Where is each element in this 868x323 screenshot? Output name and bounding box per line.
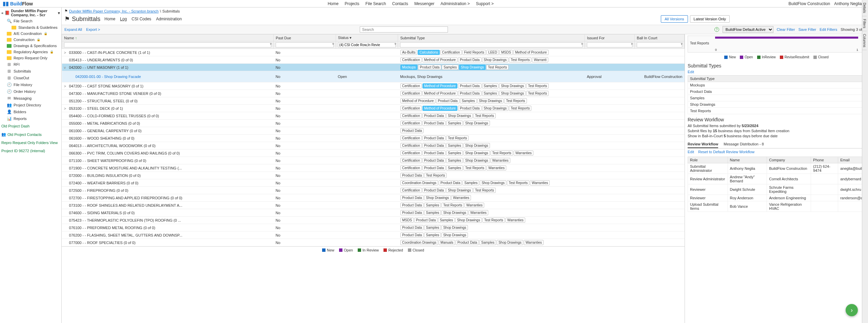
type-tag[interactable]: Test Reports bbox=[507, 180, 529, 185]
type-tag[interactable]: Shop Drawings bbox=[497, 240, 523, 245]
type-tag[interactable]: Certification bbox=[400, 57, 422, 62]
table-row[interactable]: 077000 - - ROOF SPECIALTIES (0 of 0)NoCo… bbox=[62, 239, 685, 246]
table-row[interactable]: 055000 - - METAL FABRICATIONS (0 of 0)No… bbox=[62, 120, 685, 127]
all-versions-button[interactable]: All Versions bbox=[661, 15, 688, 23]
breadcrumb-project[interactable]: Dunder Mifflin Paper Company, Inc. - Scr… bbox=[69, 9, 159, 13]
type-tag[interactable]: Certification bbox=[400, 83, 422, 88]
type-tag[interactable]: Shop Drawings bbox=[482, 106, 509, 111]
funnel-icon[interactable]: ▼ bbox=[680, 42, 683, 46]
type-tag[interactable]: Method of Procedure bbox=[513, 50, 548, 55]
type-tag[interactable]: Product Data bbox=[458, 106, 481, 111]
expand-icon[interactable]: v bbox=[64, 65, 68, 69]
type-tag[interactable]: Test Reports bbox=[509, 57, 531, 62]
logo[interactable]: ▮▮ BuildFlow bbox=[3, 0, 33, 7]
type-tag[interactable]: Shop Drawings bbox=[441, 210, 468, 215]
type-tag[interactable]: Product Data bbox=[422, 188, 446, 193]
type-tag[interactable]: Product Data bbox=[422, 113, 446, 118]
type-tag[interactable]: Product Data bbox=[400, 203, 423, 208]
sidebar-item-messaging[interactable]: ✉Messaging bbox=[0, 95, 61, 102]
latest-version-button[interactable]: Latest Version Only bbox=[690, 15, 730, 23]
type-tag[interactable]: Samples bbox=[446, 143, 463, 148]
type-tag[interactable]: Samples bbox=[462, 180, 479, 185]
type-tag[interactable]: Test Reports bbox=[491, 150, 513, 156]
workflow-tab[interactable]: Review Workflow bbox=[688, 141, 718, 148]
clear-filter-link[interactable]: Clear Filter bbox=[777, 27, 795, 32]
edit-filters-link[interactable]: Edit Filters bbox=[820, 27, 837, 32]
type-tag[interactable]: Product Data bbox=[458, 91, 481, 96]
type-tag[interactable]: Method of Procedure bbox=[422, 91, 457, 96]
filter-submittal-type[interactable] bbox=[400, 42, 583, 47]
type-tag[interactable]: Test Reports bbox=[463, 165, 486, 170]
type-tag[interactable]: Samples bbox=[460, 98, 477, 103]
type-tag[interactable]: Shop Drawings bbox=[477, 98, 504, 103]
table-row[interactable]: 061600 - - WOOD SHEATHING (0 of 0)NoCert… bbox=[62, 135, 685, 142]
table-row[interactable]: 072700 - - FIRESTOPPING AND APPLIED FIRE… bbox=[62, 194, 685, 202]
type-tag[interactable]: Method of Procedure bbox=[422, 83, 457, 88]
type-tag[interactable]: Product Data bbox=[422, 158, 446, 163]
sidebar-item-drawings-specifications[interactable]: Drawings & Specifications bbox=[0, 43, 61, 49]
type-row[interactable]: Samples bbox=[688, 95, 865, 101]
type-tag[interactable]: Samples bbox=[424, 233, 441, 238]
nav-contacts[interactable]: Contacts bbox=[392, 1, 408, 6]
sidebar-item-rfi[interactable]: ⊞RFI bbox=[0, 61, 61, 68]
funnel-icon[interactable]: ▼ bbox=[630, 42, 633, 46]
type-tag[interactable]: Product Data bbox=[456, 240, 479, 245]
sidebar-item-project-directory[interactable]: 👥Project Directory bbox=[0, 102, 61, 108]
type-tag[interactable]: Shop Drawings bbox=[480, 180, 506, 185]
type-tag[interactable]: Test Reports bbox=[446, 136, 469, 141]
col-submittal-type[interactable]: Submittal Type bbox=[398, 35, 585, 41]
type-tag[interactable]: Product Data bbox=[414, 218, 437, 223]
sidebar-item-a-e-coordination[interactable]: A/E Coordination🔒 bbox=[0, 31, 61, 37]
table-row[interactable]: 072000 - - BUILDING INSULATION (0 of 0)N… bbox=[62, 172, 685, 179]
filter-name[interactable] bbox=[64, 42, 271, 47]
expand-icon[interactable]: > bbox=[64, 51, 68, 55]
table-row[interactable]: 042000-001-00 - Shop Drawing FacadeNoOpe… bbox=[62, 71, 685, 82]
funnel-icon[interactable]: ▼ bbox=[332, 42, 335, 46]
type-tag[interactable]: Warranties bbox=[465, 203, 484, 208]
type-tag[interactable]: Samples bbox=[482, 91, 499, 96]
type-tag[interactable]: Certification bbox=[400, 165, 422, 170]
type-tag[interactable]: Warranties bbox=[514, 150, 533, 156]
wf-col[interactable]: Company bbox=[767, 157, 811, 163]
type-tag[interactable]: Shop Drawings bbox=[441, 233, 468, 238]
table-row[interactable]: > 047200 - - CAST STONE MASONRY (0 of 1)… bbox=[62, 82, 685, 90]
type-tag[interactable]: Calculations bbox=[418, 50, 439, 55]
sidebar-item-repro-request-only[interactable]: Repro Request Only bbox=[0, 55, 61, 61]
type-tag[interactable]: Warranties bbox=[506, 218, 525, 223]
sidebar-item-reports[interactable]: 📊Reports bbox=[0, 115, 61, 122]
type-tag[interactable]: Test Reports bbox=[526, 83, 549, 88]
funnel-icon[interactable]: ▼ bbox=[269, 42, 272, 46]
sidebar-item-standards-guidelines[interactable]: Standards & Guidelines bbox=[0, 24, 61, 31]
type-tag[interactable]: Product Data bbox=[418, 65, 441, 70]
nav-projects[interactable]: Projects bbox=[344, 1, 359, 6]
type-tag[interactable]: Product Data bbox=[422, 165, 446, 170]
sidebar-item-regulatory-agencies[interactable]: Regulatory Agencies🔒 bbox=[0, 49, 61, 55]
type-tag[interactable]: Samples bbox=[424, 203, 441, 208]
filter-issued-for[interactable] bbox=[587, 42, 632, 47]
nav-file-search[interactable]: File Search bbox=[366, 1, 386, 6]
type-tag[interactable]: Product Data bbox=[422, 121, 446, 126]
type-tag[interactable]: Product Data bbox=[400, 225, 423, 230]
type-tag[interactable]: Product Data bbox=[458, 83, 481, 88]
wf-col[interactable]: Name bbox=[728, 157, 767, 163]
type-tag[interactable]: Certification bbox=[400, 136, 422, 141]
type-tag[interactable]: MSDS bbox=[400, 218, 414, 223]
col-past-due[interactable]: Past Due bbox=[274, 35, 336, 41]
type-tag[interactable]: Test Reports bbox=[509, 106, 531, 111]
type-row[interactable]: Mockups bbox=[688, 82, 865, 88]
funnel-icon[interactable]: ▼ bbox=[580, 42, 584, 46]
type-tag[interactable]: LEED bbox=[487, 50, 499, 55]
nav-messenger[interactable]: Messenger bbox=[414, 1, 434, 6]
type-tag[interactable]: Shop Drawings bbox=[455, 218, 482, 223]
nav-home[interactable]: Home bbox=[328, 1, 338, 6]
sidebar-item-submittals[interactable]: ⊞Submittals bbox=[0, 68, 61, 75]
filter-ball-in-court[interactable] bbox=[637, 42, 682, 47]
type-tag[interactable]: Warranties bbox=[491, 158, 510, 163]
table-row[interactable]: 075423 - - THERMOPLASTIC POLYOLEFIN (TPO… bbox=[62, 217, 685, 224]
workflow-row[interactable]: Upload Submittal ItemsBob VanceVance Ref… bbox=[688, 201, 865, 212]
type-tag[interactable]: Samples bbox=[438, 218, 455, 223]
table-row[interactable]: > 033000 - - CAST-IN-PLACE CONCRETE (1 o… bbox=[62, 49, 685, 56]
table-row[interactable]: 051200 - - STRUCTURAL STEEL (0 of 0)NoMe… bbox=[62, 97, 685, 105]
type-tag[interactable]: Product Data bbox=[400, 173, 423, 178]
table-row[interactable]: v 042000 - - UNIT MASONRY (1 of 1)NoMock… bbox=[62, 64, 685, 71]
